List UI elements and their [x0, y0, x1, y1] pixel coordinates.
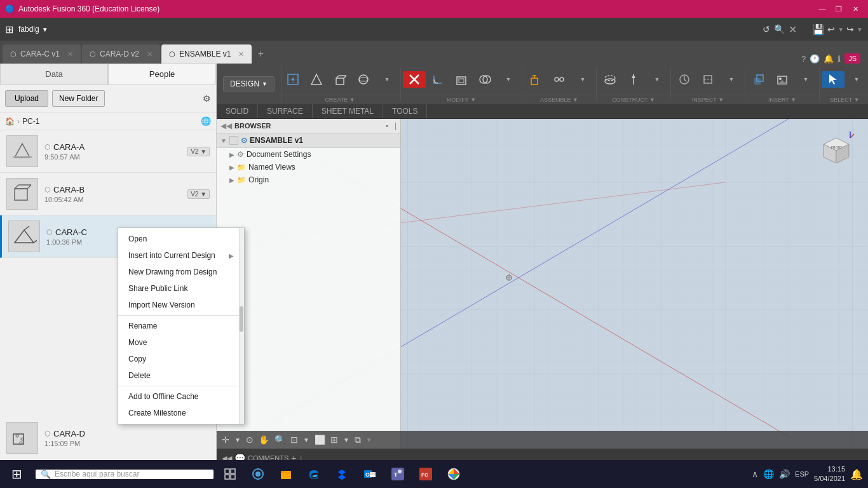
- cara-a-version-badge[interactable]: V2 ▼: [187, 147, 210, 156]
- history-icon[interactable]: 🕐: [810, 54, 820, 64]
- ctx-new-drawing[interactable]: New Drawing from Design: [118, 264, 216, 280]
- browser-item-doc-settings[interactable]: ▶ ⚙ Document Settings: [217, 148, 400, 161]
- taskbar-app-files[interactable]: [272, 460, 300, 488]
- select-button[interactable]: [822, 71, 844, 88]
- sidebar-settings-icon[interactable]: ⚙: [203, 93, 211, 104]
- start-button[interactable]: ⊞: [0, 460, 33, 488]
- browser-item-origin[interactable]: ▶ 📁 Origin: [217, 173, 400, 186]
- help-icon[interactable]: ?: [801, 54, 806, 64]
- browser-options-icon[interactable]: ⚬: [384, 123, 390, 130]
- zoom-fit-icon[interactable]: ⊡: [290, 435, 298, 445]
- construct-offset-plane-button[interactable]: [599, 71, 621, 88]
- viewport-settings-icon[interactable]: ⧉: [355, 435, 361, 445]
- inspect-measure-button[interactable]: [673, 71, 696, 88]
- display-settings-icon[interactable]: ⬜: [315, 435, 325, 445]
- create-form-button[interactable]: [305, 71, 328, 88]
- tray-network-icon[interactable]: 🌐: [763, 469, 774, 479]
- pan-icon[interactable]: ✛: [222, 435, 229, 445]
- vp-tab-tools[interactable]: TOOLS: [383, 104, 427, 118]
- redo-icon[interactable]: ↪: [846, 24, 854, 34]
- undo-icon[interactable]: ↩: [827, 24, 835, 34]
- nav-cube[interactable]: FRONT: [817, 125, 855, 163]
- browser-root-item[interactable]: ▼ ⊙ ENSAMBLE v1: [217, 133, 400, 148]
- modify-fillet-button[interactable]: [426, 71, 449, 88]
- vp-tab-surface[interactable]: SURFACE: [258, 104, 313, 118]
- zoom-dropdown-icon[interactable]: ▼: [303, 437, 309, 444]
- inspect-more-button[interactable]: ▼: [720, 74, 743, 85]
- browser-item-named-views[interactable]: ▶ 📁 Named Views: [217, 161, 400, 173]
- modify-shell-button[interactable]: [450, 71, 473, 88]
- ctx-rename[interactable]: Rename: [118, 318, 216, 334]
- inspect-section-button[interactable]: [696, 71, 719, 88]
- taskbar-app-outlook[interactable]: O: [356, 460, 384, 488]
- panel-close-icon[interactable]: ✕: [789, 24, 797, 36]
- upload-button[interactable]: Upload: [5, 90, 48, 107]
- taskbar-search-bar[interactable]: 🔍 Escribe aquí para buscar: [36, 470, 214, 479]
- language-indicator[interactable]: ESP: [795, 470, 809, 478]
- taskbar-app-chrome[interactable]: [440, 460, 468, 488]
- viewport-dropdown-icon[interactable]: ▼: [366, 437, 372, 444]
- assemble-joint-button[interactable]: [548, 71, 571, 88]
- maximize-button[interactable]: ❐: [831, 3, 846, 15]
- insert-more-button[interactable]: ▼: [794, 74, 817, 85]
- search-icon[interactable]: 🔍: [774, 24, 785, 34]
- file-item-cara-a[interactable]: ⬡ CARA-A 9:50:57 AM V2 ▼: [0, 130, 216, 173]
- time-display[interactable]: 13:15 5/04/2021: [814, 464, 845, 484]
- taskbar-app-teams[interactable]: T: [384, 460, 412, 488]
- taskbar-app-cortana[interactable]: [244, 460, 272, 488]
- ctx-import-version[interactable]: Import New Version: [118, 297, 216, 313]
- insert-canvas-button[interactable]: [771, 71, 794, 88]
- modify-more-button[interactable]: ▼: [497, 74, 520, 85]
- ctx-move[interactable]: Move: [118, 334, 216, 351]
- construct-more-button[interactable]: ▼: [646, 74, 668, 85]
- breadcrumb-pc1[interactable]: PC-1: [22, 117, 39, 126]
- modify-press-pull-button[interactable]: [403, 71, 426, 88]
- ctx-insert[interactable]: Insert into Current Design ▶: [118, 247, 216, 264]
- browser-pin-icon[interactable]: |: [395, 121, 397, 130]
- select-more-button[interactable]: ▼: [845, 74, 868, 85]
- tab-ensamble[interactable]: ⬡ ENSAMBLE v1 ✕: [161, 44, 252, 64]
- undo-chevron-icon[interactable]: ▼: [837, 26, 844, 33]
- tray-volume-icon[interactable]: 🔊: [779, 469, 790, 479]
- ensamble-tab-close[interactable]: ✕: [238, 50, 244, 58]
- assemble-more-button[interactable]: ▼: [571, 74, 594, 85]
- assemble-new-component-button[interactable]: [524, 71, 547, 88]
- create-revolve-button[interactable]: [352, 71, 375, 88]
- bell-icon[interactable]: 🔔: [824, 54, 834, 64]
- taskbar-app-freecad[interactable]: FC: [412, 460, 440, 488]
- ctx-milestone[interactable]: Create Milestone: [118, 405, 216, 421]
- notification-button[interactable]: 🔔: [850, 468, 863, 480]
- cara-c-tab-close[interactable]: ✕: [67, 50, 73, 58]
- modify-combine-button[interactable]: [473, 71, 496, 88]
- taskbar-app-dropbox[interactable]: [328, 460, 356, 488]
- close-button[interactable]: ✕: [848, 3, 863, 15]
- minimize-button[interactable]: —: [815, 3, 830, 15]
- apps-grid-icon[interactable]: ⊞: [5, 24, 13, 36]
- redo-chevron-icon[interactable]: ▼: [857, 26, 863, 33]
- insert-derive-button[interactable]: [747, 71, 770, 88]
- ctx-add-offline[interactable]: Add to Offline Cache: [118, 388, 216, 405]
- look-icon[interactable]: ✋: [259, 435, 269, 445]
- refresh-icon[interactable]: ↺: [763, 24, 770, 34]
- create-sketch-button[interactable]: [281, 71, 304, 88]
- orbit-icon[interactable]: ⊙: [246, 435, 254, 445]
- add-tab-button[interactable]: +: [253, 44, 268, 64]
- file-item-cara-b[interactable]: ⬡ CARA-B 10:05:42 AM V2 ▼: [0, 173, 216, 215]
- ctx-open[interactable]: Open: [118, 231, 216, 247]
- sidebar-tab-data[interactable]: Data: [0, 64, 108, 85]
- cara-b-version-badge[interactable]: V2 ▼: [187, 189, 210, 199]
- grid-dropdown-icon[interactable]: ▼: [343, 437, 349, 444]
- save-icon[interactable]: 💾: [812, 24, 825, 36]
- ctx-delete[interactable]: Delete: [118, 367, 216, 384]
- workspace-selector[interactable]: fabdig ▼: [18, 25, 48, 34]
- tab-cara-d[interactable]: ⬡ CARA-D v2 ✕: [82, 44, 160, 64]
- design-dropdown-button[interactable]: DESIGN ▼: [223, 76, 275, 92]
- breadcrumb-home-icon[interactable]: 🏠: [5, 117, 15, 126]
- vp-tab-solid[interactable]: SOLID: [217, 104, 258, 118]
- info-icon[interactable]: ℹ: [837, 54, 841, 64]
- create-more-button[interactable]: ▼: [376, 74, 398, 85]
- construct-axis-button[interactable]: [622, 71, 645, 88]
- create-extrude-button[interactable]: [329, 71, 351, 88]
- browser-root-vis-icon[interactable]: [229, 136, 238, 145]
- tab-cara-c[interactable]: ⬡ CARA-C v1 ✕: [3, 44, 81, 64]
